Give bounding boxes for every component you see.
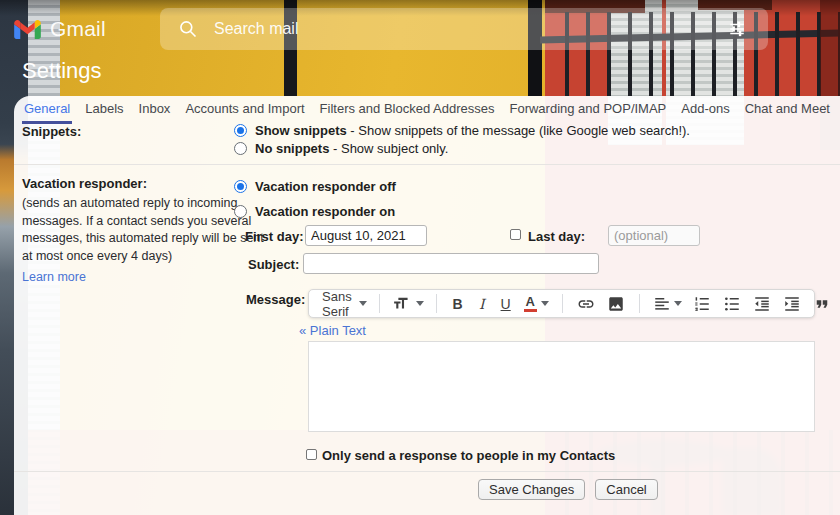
first-day-label: First day: — [245, 229, 304, 244]
chevron-down-icon — [674, 301, 682, 306]
tab-filters-and-blocked-addresses[interactable]: Filters and Blocked Addresses — [318, 101, 497, 121]
bulleted-list-icon — [723, 295, 741, 313]
plain-text-link[interactable]: « Plain Text — [299, 323, 366, 338]
tab-accounts-and-import[interactable]: Accounts and Import — [183, 101, 306, 121]
numbered-list-icon — [693, 295, 711, 313]
font-size-icon — [392, 295, 409, 312]
quote-button[interactable] — [813, 295, 831, 313]
gmail-settings-screen: Gmail Settings General Labels Inbox Acco… — [0, 0, 840, 515]
indent-less-icon — [753, 295, 771, 313]
indent-less-button[interactable] — [753, 295, 771, 313]
align-left-icon — [653, 295, 671, 313]
option-label: Vacation responder off — [255, 179, 396, 194]
message-body-textarea[interactable] — [308, 341, 815, 432]
underline-button[interactable]: U — [499, 296, 513, 312]
numbered-list-button[interactable] — [693, 295, 711, 313]
font-size-dropdown[interactable] — [392, 295, 424, 312]
tab-general[interactable]: General — [22, 101, 72, 124]
tab-inbox[interactable]: Inbox — [137, 101, 173, 121]
align-dropdown[interactable] — [653, 295, 682, 313]
vacation-responder-row-label: Vacation responder: — [22, 176, 147, 191]
vacation-responder-off-option[interactable]: Vacation responder off — [234, 179, 396, 194]
settings-panel: General Labels Inbox Accounts and Import… — [14, 96, 840, 515]
toolbar-divider — [639, 294, 640, 313]
text-color-icon: A — [524, 296, 537, 312]
contacts-only-label: Only send a response to people in my Con… — [322, 448, 615, 463]
search-icon[interactable] — [178, 19, 198, 39]
cancel-button[interactable]: Cancel — [595, 479, 657, 500]
option-label: Show snippets — [255, 123, 347, 138]
show-snippets-radio[interactable] — [234, 124, 247, 137]
quote-icon — [813, 295, 831, 313]
toolbar-divider — [562, 294, 563, 313]
font-family-value: Sans Serif — [322, 289, 352, 319]
link-icon — [577, 295, 595, 313]
font-family-dropdown[interactable]: Sans Serif — [322, 289, 367, 319]
indent-more-icon — [783, 295, 801, 313]
no-snippets-option[interactable]: No snippets - Show subject only. — [234, 141, 448, 156]
italic-button[interactable]: I — [477, 296, 487, 312]
subject-input[interactable] — [303, 253, 599, 274]
option-description: - Show snippets of the message (like Goo… — [347, 123, 690, 138]
last-day-input[interactable] — [608, 225, 700, 246]
page-title: Settings — [22, 58, 102, 84]
first-day-input[interactable] — [305, 225, 427, 246]
insert-link-button[interactable] — [577, 295, 595, 313]
search-input[interactable] — [212, 19, 768, 39]
vacation-off-radio[interactable] — [234, 180, 247, 193]
snippets-row-label: Snippets: — [22, 124, 81, 139]
gmail-m-icon — [14, 19, 41, 39]
contacts-only-checkbox[interactable] — [306, 449, 317, 460]
search-options-tune-icon[interactable] — [728, 20, 746, 38]
save-changes-button[interactable]: Save Changes — [478, 479, 585, 500]
text-color-dropdown[interactable]: A — [524, 296, 549, 312]
footer-divider — [14, 471, 840, 472]
tab-add-ons[interactable]: Add-ons — [679, 101, 731, 121]
gmail-logo[interactable]: Gmail — [14, 17, 106, 41]
bold-button[interactable]: B — [451, 296, 465, 312]
toolbar-divider — [379, 294, 380, 313]
toolbar-divider — [436, 294, 437, 313]
option-description: - Show subject only. — [329, 141, 448, 156]
last-day-checkbox[interactable] — [510, 229, 521, 240]
image-icon — [607, 295, 625, 313]
footer-buttons: Save Changes Cancel — [478, 479, 658, 500]
show-snippets-option[interactable]: Show snippets - Show snippets of the mes… — [234, 123, 690, 138]
option-label: No snippets — [255, 141, 329, 156]
option-label: Vacation responder on — [255, 204, 395, 219]
gmail-wordmark: Gmail — [50, 17, 106, 41]
chevron-down-icon — [359, 301, 367, 306]
vacation-responder-on-option[interactable]: Vacation responder on — [234, 204, 395, 219]
text-color-bar — [524, 309, 537, 312]
no-snippets-radio[interactable] — [234, 142, 247, 155]
learn-more-link[interactable]: Learn more — [22, 269, 264, 287]
chevron-down-icon — [416, 301, 424, 306]
tab-chat-and-meet[interactable]: Chat and Meet — [743, 101, 832, 121]
insert-image-button[interactable] — [607, 295, 625, 313]
chevron-down-icon — [541, 301, 549, 306]
editor-toolbar: Sans Serif B I U A — [308, 289, 815, 318]
indent-more-button[interactable] — [783, 295, 801, 313]
tab-labels[interactable]: Labels — [83, 101, 125, 121]
subject-label: Subject: — [248, 257, 299, 272]
search-bar[interactable] — [160, 8, 768, 50]
message-label: Message: — [246, 292, 305, 307]
vacation-responder-description: (sends an automated reply to incoming me… — [22, 195, 264, 287]
vacation-on-radio[interactable] — [234, 205, 247, 218]
section-divider — [14, 164, 840, 165]
tab-forwarding-and-pop-imap[interactable]: Forwarding and POP/IMAP — [507, 101, 668, 121]
last-day-label: Last day: — [528, 229, 585, 244]
bulleted-list-button[interactable] — [723, 295, 741, 313]
